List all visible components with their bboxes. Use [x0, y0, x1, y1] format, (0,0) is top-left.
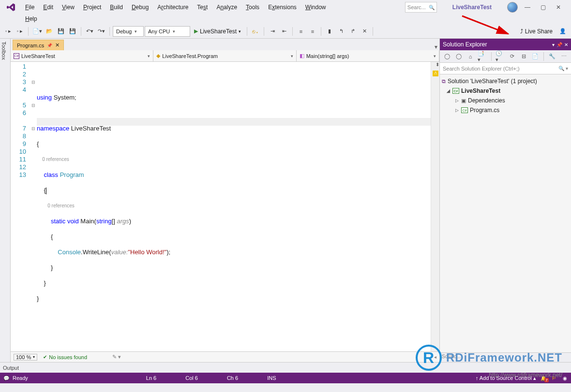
- start-debug-button[interactable]: ▶ LiveShareTest ▾: [191, 26, 244, 37]
- bookmark-button[interactable]: ▮: [324, 26, 335, 37]
- panel-close-icon[interactable]: ✕: [564, 42, 568, 47]
- undo-button[interactable]: ↶▾: [84, 26, 95, 37]
- solution-tree[interactable]: ⧉ Solution 'LiveShareTest' (1 project) ◢…: [440, 74, 571, 352]
- expand-icon[interactable]: ▷: [454, 98, 459, 103]
- open-button[interactable]: 📂: [44, 26, 55, 37]
- menu-file[interactable]: File: [21, 3, 38, 12]
- user-avatar[interactable]: [507, 2, 518, 13]
- se-pending-button[interactable]: 🕓▾: [495, 51, 506, 62]
- nav-fwd-button[interactable]: ◦ ▸: [15, 26, 25, 37]
- menu-tools[interactable]: Tools: [242, 3, 263, 12]
- panel-dropdown-icon[interactable]: ▾: [552, 42, 555, 47]
- overview-ruler[interactable]: ⬍ ⚠: [431, 62, 439, 351]
- se-overflow-button[interactable]: ⋯: [558, 51, 569, 62]
- menu-build[interactable]: Build: [106, 3, 127, 12]
- feedback-smile-icon[interactable]: 🏳: [551, 375, 557, 381]
- se-back-button[interactable]: ◯: [442, 51, 452, 62]
- issues-indicator[interactable]: No issues found: [43, 354, 87, 360]
- se-properties-button[interactable]: 🔧: [547, 51, 557, 62]
- hscroll-left[interactable]: ◂: [434, 354, 436, 360]
- solution-explorer-panel: Solution Explorer ▾ 📌 ✕ ◯ ◯ ⌂ 📑▾ 🕓▾ ⟳ ⊟ …: [439, 39, 571, 362]
- panel-pin-icon[interactable]: 📌: [556, 42, 562, 47]
- platform-dropdown[interactable]: Any CPU: [145, 26, 190, 37]
- prev-bookmark-button[interactable]: ↰: [336, 26, 346, 37]
- configuration-dropdown[interactable]: Debug: [113, 26, 144, 37]
- minimize-button[interactable]: —: [522, 2, 533, 12]
- step-in-button[interactable]: ⇥: [267, 26, 278, 37]
- tab-overflow-button[interactable]: ▾: [433, 44, 439, 50]
- next-bookmark-button[interactable]: ↱: [347, 26, 358, 37]
- status-ready: Ready: [13, 375, 28, 381]
- menu-view[interactable]: View: [58, 3, 78, 12]
- feedback-icon[interactable]: 💬: [3, 375, 10, 381]
- expand-icon[interactable]: ▷: [454, 108, 459, 113]
- split-icon[interactable]: ⬍: [436, 62, 439, 67]
- doc-tab-label: Program.cs: [17, 43, 44, 48]
- code-editor[interactable]: 12345678910111213 ⊟⊟⊟ using System; name…: [11, 62, 439, 351]
- tree-row-project[interactable]: ◢ C# LiveShareTest: [440, 86, 571, 96]
- nav-class-dropdown[interactable]: ◆ LiveShareTest.Program: [153, 50, 296, 61]
- indent-button[interactable]: ≡: [307, 26, 318, 37]
- close-tab-icon[interactable]: ✕: [55, 42, 60, 48]
- nav-method-dropdown[interactable]: ◧ Main(string[] args): [297, 50, 439, 61]
- se-collapse-button[interactable]: ⊟: [518, 51, 529, 62]
- menu-test[interactable]: Test: [193, 3, 211, 12]
- menubar-row2: Help: [0, 15, 571, 24]
- app-title: LiveShareTest: [441, 4, 503, 11]
- tree-row-dependencies[interactable]: ▷ ▣ Dependencies: [440, 96, 571, 105]
- menu-extensions[interactable]: Extensions: [264, 3, 301, 12]
- toolbox-panel-tab[interactable]: Toolbox: [0, 39, 11, 362]
- solution-explorer-title[interactable]: Solution Explorer ▾ 📌 ✕: [440, 39, 571, 50]
- step-over-button[interactable]: ⇤: [279, 26, 289, 37]
- tree-row-solution[interactable]: ⧉ Solution 'LiveShareTest' (1 project): [440, 76, 571, 86]
- menubar: File Edit View Project Build Debug Archi…: [0, 0, 571, 15]
- document-tab-program[interactable]: Program.cs 📌 ✕: [13, 40, 64, 50]
- add-source-control-button[interactable]: ↑ Add to Source Control ▴: [476, 375, 536, 381]
- tree-row-program[interactable]: ▷ C# Program.cs: [440, 105, 571, 115]
- warning-marker[interactable]: ⚠: [433, 71, 438, 76]
- menu-project[interactable]: Project: [79, 3, 105, 12]
- nav-project-label: LiveShareTest: [21, 53, 55, 59]
- menu-architecture[interactable]: Architecture: [153, 3, 192, 12]
- csproj-icon: C#: [452, 88, 459, 94]
- quick-launch-search[interactable]: Searc...: [405, 2, 437, 13]
- redo-button[interactable]: ↷▾: [96, 26, 106, 37]
- nav-back-button[interactable]: ◦ ▸: [3, 26, 14, 37]
- nav-class-label: LiveShareTest.Program: [162, 53, 218, 59]
- program-file-label: Program.cs: [470, 107, 499, 114]
- panel-tab-strip[interactable]: Solutio...: [440, 352, 571, 362]
- new-project-button[interactable]: 📄▾: [31, 26, 43, 37]
- solution-search-input[interactable]: Search Solution Explorer (Ctrl+;): [440, 63, 571, 74]
- save-button[interactable]: 💾: [56, 26, 66, 37]
- se-home-button[interactable]: ⌂: [465, 51, 476, 62]
- expand-icon[interactable]: ◢: [446, 88, 451, 93]
- close-button[interactable]: ✕: [553, 2, 564, 12]
- status-ins: INS: [267, 375, 276, 381]
- pin-icon[interactable]: 📌: [47, 43, 52, 48]
- se-sync-button[interactable]: ⟳: [507, 51, 517, 62]
- save-all-button[interactable]: 💾: [67, 26, 78, 37]
- zoom-dropdown[interactable]: 100 %: [14, 354, 37, 361]
- attach-button[interactable]: ⎋▾: [250, 26, 261, 37]
- nav-project-dropdown[interactable]: C# LiveShareTest: [11, 50, 153, 61]
- output-panel-tab[interactable]: Output: [0, 362, 571, 373]
- menu-help[interactable]: Help: [21, 15, 41, 23]
- status-line: Ln 6: [146, 375, 156, 381]
- project-label: LiveShareTest: [461, 87, 500, 94]
- menu-window[interactable]: Window: [301, 3, 330, 12]
- se-showall-button[interactable]: 📄: [530, 51, 541, 62]
- live-share-button[interactable]: ⤴ Live Share: [516, 28, 556, 35]
- menu-edit[interactable]: Edit: [39, 3, 57, 12]
- menu-analyze[interactable]: Analyze: [212, 3, 241, 12]
- outdent-button[interactable]: ≡: [296, 26, 306, 37]
- clear-bookmark-button[interactable]: ✕: [359, 26, 370, 37]
- maximize-button[interactable]: ▢: [537, 2, 549, 12]
- menu-debug[interactable]: Debug: [128, 3, 152, 12]
- se-scope-button[interactable]: 📑▾: [477, 51, 488, 62]
- se-fwd-button[interactable]: ◯: [453, 51, 464, 62]
- fold-gutter[interactable]: ⊟⊟⊟: [30, 62, 37, 351]
- edit-indicator-icon: ✎ ▾: [112, 354, 121, 360]
- live-share-options-button[interactable]: 👤: [557, 26, 568, 37]
- notifications-icon[interactable]: 🔔: [540, 375, 547, 381]
- code-content[interactable]: using System; namespace LiveShareTest { …: [37, 62, 431, 351]
